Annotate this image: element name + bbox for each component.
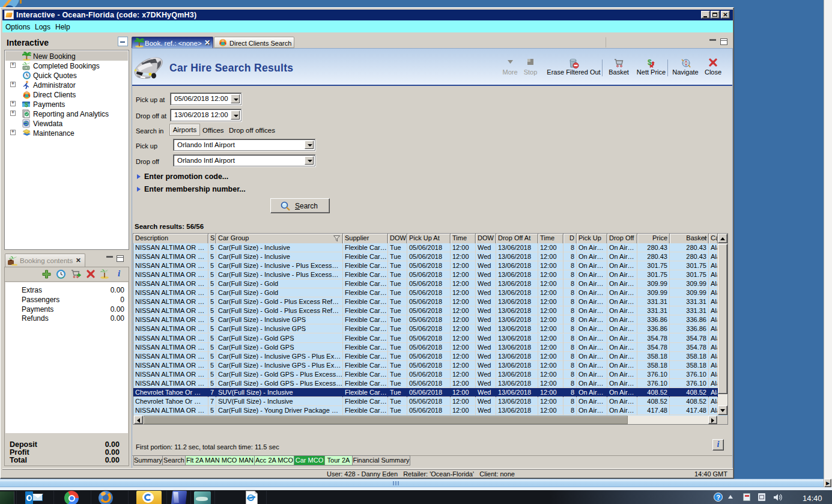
svg-text:$: $ (25, 101, 28, 108)
